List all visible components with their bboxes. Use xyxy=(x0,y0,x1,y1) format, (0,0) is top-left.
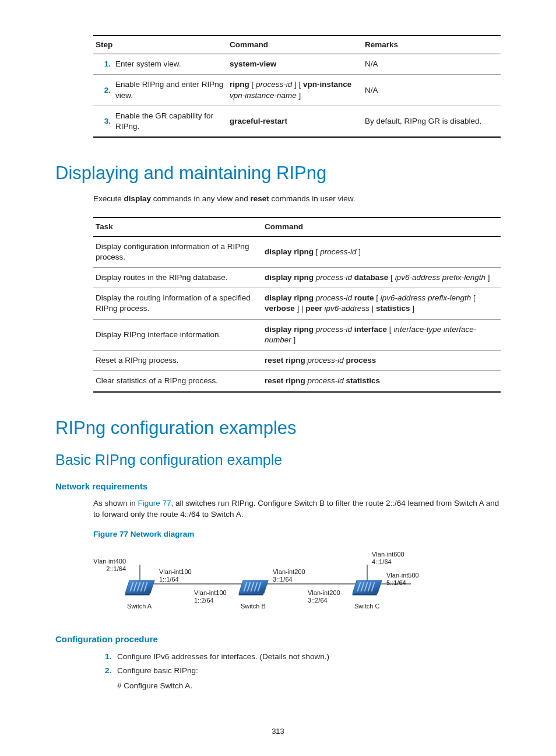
cmd-text: vpn-instance xyxy=(303,80,351,89)
step-desc: Enter system view. xyxy=(113,54,227,75)
figure-caption: Figure 77 Network diagram xyxy=(93,529,501,540)
step-num: 2. xyxy=(93,75,113,106)
heading-basic-example: Basic RIPng configuration example xyxy=(55,450,501,470)
step-cmd: system-view xyxy=(227,54,363,75)
cmd-arg: process-id xyxy=(256,80,292,89)
text: commands in user view. xyxy=(269,194,356,203)
table-row: Display routes in the RIPng database. di… xyxy=(93,268,501,288)
label-a-top: Vlan-int400 2::1/64 xyxy=(93,558,126,572)
cmd-text: verbose xyxy=(265,304,295,313)
cmd-text: display ripng xyxy=(265,247,314,256)
label-c-left: Vlan-int200 3::2/64 xyxy=(308,589,340,604)
cmd-text: interface xyxy=(354,325,387,334)
cmd-arg: process-id xyxy=(320,247,356,256)
col-task: Task xyxy=(93,218,262,236)
heading-config-examples: RIPng configuration examples xyxy=(55,416,501,440)
task-desc: Display routes in the RIPng database. xyxy=(93,268,262,288)
cmd-arg: process-id xyxy=(316,325,352,334)
cmd-text: statistics xyxy=(346,376,381,385)
label-c-right: Vlan-int500 5::1/64 xyxy=(386,572,419,586)
heading-config-procedure: Configuration procedure xyxy=(55,634,501,645)
step-remark: N/A xyxy=(363,75,501,106)
task-cmd: display ripng process-id interface [ int… xyxy=(262,319,501,350)
cmd-text: reset ripng xyxy=(265,356,305,365)
steps-table-wrap: Step Command Remarks 1. Enter system vie… xyxy=(55,35,501,138)
cmd-text: route xyxy=(354,293,374,302)
cmd-text: graceful-restart xyxy=(230,117,287,125)
step-desc: Enable the GR capability for RIPng. xyxy=(113,106,227,137)
netreq-para: As shown in Figure 77, all switches run … xyxy=(55,498,501,519)
task-desc: Display RIPng interface information. xyxy=(93,319,262,350)
page-number: 313 xyxy=(55,726,501,737)
cmd-text: statistics xyxy=(376,304,410,313)
text: display xyxy=(124,194,152,203)
label-b-right: Vlan-int200 3::1/64 xyxy=(273,568,305,583)
cmd-text: ripng xyxy=(230,80,249,89)
task-desc: Display configuration information of a R… xyxy=(93,236,262,267)
step-cmd: ripng [ process-id ] [ vpn-instance vpn-… xyxy=(227,75,363,106)
table-row: Clear statistics of a RIPng process. res… xyxy=(93,371,501,392)
cmd-arg: process-id xyxy=(316,273,352,282)
task-cmd: reset ripng process-id statistics xyxy=(262,371,501,392)
procedure-list: Configure IPv6 addresses for interfaces.… xyxy=(55,652,501,676)
cmd-arg: process-id xyxy=(308,376,344,385)
table-row: Reset a RIPng process. reset ripng proce… xyxy=(93,351,501,371)
table-row: 2. Enable RIPng and enter RIPng view. ri… xyxy=(93,75,501,106)
cmd-text: process xyxy=(346,356,376,365)
table-row: Display the routing information of a spe… xyxy=(93,288,501,319)
task-desc: Display the routing information of a spe… xyxy=(93,288,262,319)
task-cmd: display ripng process-id route [ ipv6-ad… xyxy=(262,288,501,319)
table-row: Display configuration information of a R… xyxy=(93,236,501,267)
procedure-subline: # Configure Switch A. xyxy=(55,681,501,691)
cmd-text: display ripng xyxy=(265,293,314,302)
step-desc: Enable RIPng and enter RIPng view. xyxy=(113,75,227,106)
task-table: Task Command Display configuration infor… xyxy=(93,217,501,392)
cmd-arg: ipv6-address prefix-length xyxy=(381,293,471,302)
label-c-top: Vlan-int600 4::1/64 xyxy=(372,551,404,565)
switch-c-icon xyxy=(354,580,380,594)
col-step: Step xyxy=(93,36,227,54)
intro-para: Execute display commands in any view and… xyxy=(55,194,501,204)
step-remark: By default, RIPng GR is disabled. xyxy=(363,106,501,137)
step-num: 1. xyxy=(93,54,113,75)
task-cmd: reset ripng process-id process xyxy=(262,351,501,371)
switch-a-icon xyxy=(127,580,153,594)
step-cmd: graceful-restart xyxy=(227,106,363,137)
task-cmd: display ripng [ process-id ] xyxy=(262,236,501,267)
steps-table: Step Command Remarks 1. Enter system vie… xyxy=(93,35,501,138)
list-item: Configure basic RIPng: xyxy=(114,666,501,676)
switch-b-icon xyxy=(241,580,266,594)
heading-display-maintain: Displaying and maintaining RIPng xyxy=(55,161,501,186)
heading-network-req: Network requirements xyxy=(55,481,501,492)
cmd-text: display ripng xyxy=(265,325,314,334)
cmd-arg: ipv6-address xyxy=(325,304,370,313)
network-diagram: Vlan-int400 2::1/64 Vlan-int100 1::1/64 … xyxy=(93,544,501,617)
label-switch-a: Switch A xyxy=(127,603,152,610)
cmd-arg: vpn-instance-name xyxy=(230,91,297,100)
task-table-wrap: Task Command Display configuration infor… xyxy=(55,217,501,392)
cmd-text: display ripng xyxy=(265,273,314,282)
text: Execute xyxy=(93,194,124,203)
col-command: Command xyxy=(262,218,501,236)
list-item: Configure IPv6 addresses for interfaces.… xyxy=(114,652,501,662)
table-row: 1. Enter system view. system-view N/A xyxy=(93,54,501,75)
text: As shown in xyxy=(93,499,138,508)
cmd-text: system-view xyxy=(230,60,276,68)
text: reset xyxy=(250,194,269,203)
table-row: Display RIPng interface information. dis… xyxy=(93,319,501,350)
task-desc: Reset a RIPng process. xyxy=(93,351,262,371)
cmd-text: peer xyxy=(305,304,322,313)
task-cmd: display ripng process-id database [ ipv6… xyxy=(262,268,501,288)
cmd-text: reset ripng xyxy=(265,376,305,385)
task-desc: Clear statistics of a RIPng process. xyxy=(93,371,262,392)
cmd-arg: process-id xyxy=(308,356,344,365)
label-b-left: Vlan-int100 1::2/64 xyxy=(194,589,227,604)
table-row: 3. Enable the GR capability for RIPng. g… xyxy=(93,106,501,137)
text: commands in any view and xyxy=(151,194,250,203)
label-switch-b: Switch B xyxy=(241,603,266,610)
step-num: 3. xyxy=(93,106,113,137)
cmd-arg: process-id xyxy=(316,293,352,302)
step-remark: N/A xyxy=(363,54,501,75)
cmd-arg: ipv6-address prefix-length xyxy=(395,273,485,282)
figure-link[interactable]: Figure 77 xyxy=(138,499,171,508)
